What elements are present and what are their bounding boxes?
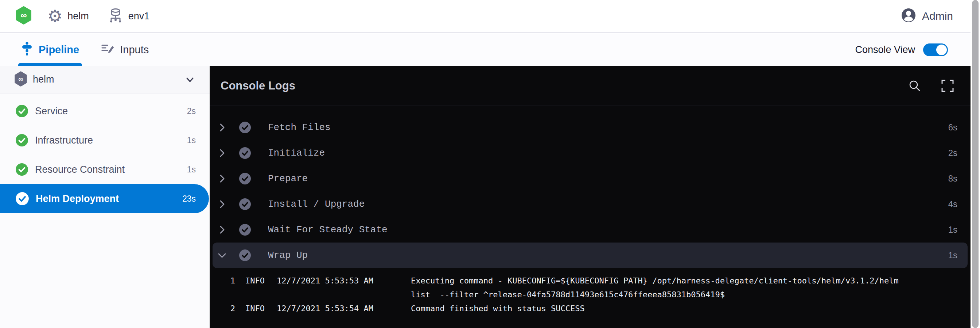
console-view-control: Console View <box>855 43 970 56</box>
stage-step-label: Helm Deployment <box>36 193 119 205</box>
log-level: INFO <box>245 302 277 315</box>
console-step-fetch-files[interactable]: Fetch Files6s <box>213 115 967 140</box>
sidebar-step-service[interactable]: Service2s <box>0 96 210 126</box>
stage-step-label: Service <box>35 106 68 117</box>
environment-name[interactable]: env1 <box>128 11 150 22</box>
console-step-wait-for-steady-state[interactable]: Wait For Steady State1s <box>213 217 967 243</box>
console-step-duration: 8s <box>948 173 958 184</box>
inputs-icon <box>101 43 114 57</box>
tab-pipeline[interactable]: Pipeline <box>18 34 82 66</box>
status-success-icon <box>239 249 251 261</box>
console-view-toggle[interactable] <box>923 43 948 56</box>
project-name[interactable]: helm <box>67 11 89 22</box>
console-actions <box>908 79 955 93</box>
active-tab-underline <box>18 63 82 66</box>
svg-text:∞: ∞ <box>18 75 23 83</box>
stage-group-label: helm <box>33 74 54 85</box>
console-log-output: 1INFO12/7/2021 5:53:53 AMExecuting comma… <box>210 268 970 315</box>
fullscreen-icon[interactable] <box>940 79 955 93</box>
log-line-number: 1 <box>210 274 235 302</box>
console-step-prepare[interactable]: Prepare8s <box>213 166 967 191</box>
toggle-knob <box>936 45 947 55</box>
search-icon[interactable] <box>908 79 922 93</box>
stage-step-label: Resource Constraint <box>35 164 125 175</box>
console-step-label: Initialize <box>268 147 325 158</box>
status-success-icon <box>239 173 251 185</box>
expand-chevron-icon[interactable] <box>217 225 227 235</box>
console-title: Console Logs <box>221 79 295 93</box>
status-success-icon <box>239 224 251 236</box>
console-step-list: Fetch Files6s Initialize2s Prepare8s Ins… <box>210 106 970 268</box>
stage-step-list: Service2s Infrastructure1s Resource Cons… <box>0 93 210 213</box>
tab-label: Inputs <box>120 44 149 56</box>
console-step-install-upgrade[interactable]: Install / Upgrade4s <box>213 191 967 217</box>
log-line: 1INFO12/7/2021 5:53:53 AMExecuting comma… <box>210 274 970 302</box>
sidebar-step-helm-deployment[interactable]: Helm Deployment23s <box>0 184 209 213</box>
collapse-chevron-icon[interactable] <box>217 250 227 261</box>
status-success-icon <box>15 163 29 176</box>
console-step-duration: 2s <box>948 148 958 158</box>
pipeline-stage-sidebar: ∞ helm Service2s Infrastructure1s Resour… <box>0 66 210 328</box>
console-step-duration: 1s <box>948 225 958 235</box>
console-step-wrap-up[interactable]: Wrap Up1s <box>213 243 967 268</box>
top-bar-left: ∞ ⚙ helm env1 <box>0 6 150 26</box>
pipeline-icon <box>21 42 33 58</box>
log-level: INFO <box>245 274 277 302</box>
stage-step-duration: 1s <box>187 165 196 174</box>
log-timestamp: 12/7/2021 5:53:53 AM <box>277 274 411 302</box>
console-step-duration: 1s <box>948 250 958 261</box>
console-header: Console Logs <box>210 66 970 106</box>
stage-group-header[interactable]: ∞ helm <box>0 66 210 93</box>
sidebar-step-resource-constraint[interactable]: Resource Constraint1s <box>0 155 210 184</box>
status-success-icon <box>239 147 251 159</box>
console-logs-panel: Console Logs Fetch Files6s <box>210 66 970 328</box>
expand-chevron-icon[interactable] <box>217 122 227 133</box>
sidebar-step-infrastructure[interactable]: Infrastructure1s <box>0 126 210 155</box>
user-name[interactable]: Admin <box>922 10 953 22</box>
console-step-duration: 4s <box>948 199 958 209</box>
gear-icon[interactable]: ⚙ <box>48 8 62 24</box>
page-scrollbar[interactable] <box>970 0 980 328</box>
chevron-down-icon[interactable] <box>184 74 196 85</box>
tab-inputs[interactable]: Inputs <box>98 34 152 66</box>
status-success-icon <box>15 192 29 206</box>
log-timestamp: 12/7/2021 5:53:54 AM <box>277 302 411 315</box>
console-step-initialize[interactable]: Initialize2s <box>213 140 967 166</box>
console-step-label: Wrap Up <box>268 250 308 261</box>
top-bar-right: Admin <box>901 8 970 24</box>
expand-chevron-icon[interactable] <box>217 148 227 158</box>
stage-step-label: Infrastructure <box>35 135 93 146</box>
stage-hexagon-icon: ∞ <box>14 71 28 88</box>
tab-label: Pipeline <box>39 44 79 56</box>
console-step-label: Wait For Steady State <box>268 224 388 235</box>
console-step-label: Install / Upgrade <box>268 199 364 210</box>
status-success-icon <box>239 198 251 210</box>
console-step-label: Fetch Files <box>268 122 331 133</box>
expand-chevron-icon[interactable] <box>217 173 227 184</box>
console-step-duration: 6s <box>948 122 958 133</box>
log-line: 2INFO12/7/2021 5:53:54 AMCommand finishe… <box>210 302 970 315</box>
stage-step-duration: 23s <box>182 194 196 204</box>
status-success-icon <box>15 134 29 147</box>
status-success-icon <box>239 121 251 134</box>
top-bar: ∞ ⚙ helm env1 <box>0 0 970 33</box>
tab-bar: Pipeline Inputs Console View <box>0 34 970 66</box>
console-view-label: Console View <box>855 44 915 56</box>
log-message: Executing command - KUBECONFIG=${KUBECON… <box>411 274 914 302</box>
svg-text:∞: ∞ <box>21 10 27 20</box>
avatar-icon[interactable] <box>901 8 916 24</box>
stage-step-duration: 2s <box>187 106 196 116</box>
expand-chevron-icon[interactable] <box>217 199 227 209</box>
environment-icon <box>108 7 123 25</box>
harness-project-icon[interactable]: ∞ <box>15 6 32 26</box>
log-line-number: 2 <box>210 302 235 315</box>
scrollbar-thumb[interactable] <box>972 0 978 328</box>
console-step-label: Prepare <box>268 173 308 184</box>
stage-step-duration: 1s <box>187 136 196 146</box>
status-success-icon <box>15 104 29 118</box>
log-message: Command finished with status SUCCESS <box>411 302 914 315</box>
